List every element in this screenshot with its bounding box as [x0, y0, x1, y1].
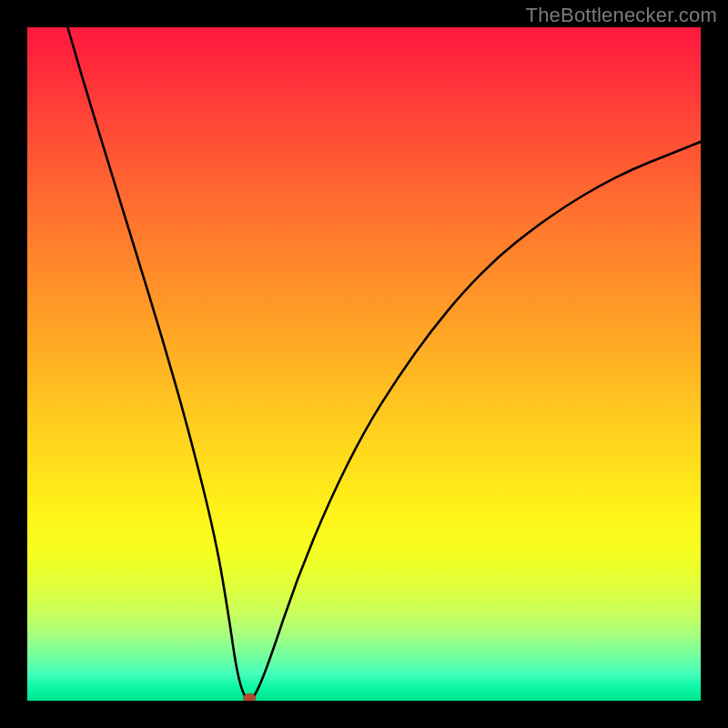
bottleneck-curve: [67, 27, 701, 699]
curve-layer: [27, 27, 701, 701]
plot-area: [27, 27, 701, 701]
minimum-marker: [243, 693, 256, 701]
chart-frame: TheBottlenecker.com: [0, 0, 728, 728]
watermark-text: TheBottlenecker.com: [526, 4, 717, 27]
